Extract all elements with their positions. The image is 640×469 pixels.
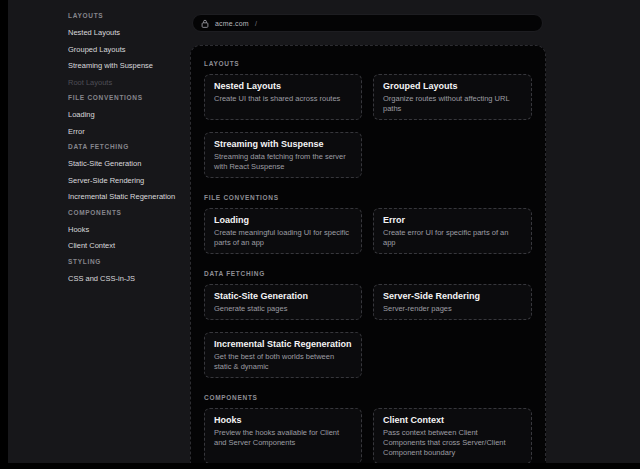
sidebar-item-incremental-static-regeneration[interactable]: Incremental Static Regeneration <box>68 192 190 202</box>
main-section-header-data-fetching: DATA FETCHING <box>204 270 532 278</box>
sidebar-item-loading[interactable]: Loading <box>68 110 190 120</box>
sidebar-item-static-site-generation[interactable]: Static-Site Generation <box>68 159 190 169</box>
sidebar: LAYOUTS Nested Layouts Grouped Layouts S… <box>68 12 190 290</box>
card-loading[interactable]: Loading Create meaningful loading UI for… <box>204 208 362 254</box>
card-server-side-rendering[interactable]: Server-Side Rendering Server-render page… <box>373 284 532 320</box>
card-title: Static-Site Generation <box>214 291 352 302</box>
card-description: Create error UI for specific parts of an… <box>383 228 522 248</box>
sidebar-item-css-and-css-in-js[interactable]: CSS and CSS-in-JS <box>68 274 190 284</box>
card-grid: Static-Site Generation Generate static p… <box>204 284 532 378</box>
card-title: Client Context <box>383 415 522 426</box>
card-title: Error <box>383 215 522 226</box>
sidebar-section-header-data-fetching: DATA FETCHING <box>68 143 190 151</box>
address-bar[interactable]: acme.com / <box>192 14 543 32</box>
card-title: Streaming with Suspense <box>214 139 352 150</box>
card-nested-layouts[interactable]: Nested Layouts Create UI that is shared … <box>204 74 362 120</box>
card-static-site-generation[interactable]: Static-Site Generation Generate static p… <box>204 284 362 320</box>
sidebar-section-header-layouts: LAYOUTS <box>68 12 190 20</box>
main-section-header-components: COMPONENTS <box>204 394 532 402</box>
card-grid: Nested Layouts Create UI that is shared … <box>204 74 532 178</box>
sidebar-section-components: COMPONENTS Hooks Client Context <box>68 209 190 252</box>
main-section-file-conventions: FILE CONVENTIONS Loading Create meaningf… <box>204 194 532 254</box>
main-section-header-file-conventions: FILE CONVENTIONS <box>204 194 532 202</box>
main-section-header-layouts: LAYOUTS <box>204 60 532 68</box>
sidebar-item-streaming-with-suspense[interactable]: Streaming with Suspense <box>68 61 190 71</box>
sidebar-section-file-conventions: FILE CONVENTIONS Loading Error <box>68 94 190 137</box>
address-path-separator: / <box>255 20 257 27</box>
sidebar-section-header-file-conventions: FILE CONVENTIONS <box>68 94 190 102</box>
main-panel: LAYOUTS Nested Layouts Create UI that is… <box>190 45 546 463</box>
lock-icon <box>201 19 209 28</box>
card-error[interactable]: Error Create error UI for specific parts… <box>373 208 532 254</box>
card-title: Loading <box>214 215 352 226</box>
card-description: Pass context between Client Components t… <box>383 428 522 458</box>
sidebar-item-error[interactable]: Error <box>68 127 190 137</box>
card-client-context[interactable]: Client Context Pass context between Clie… <box>373 408 532 463</box>
sidebar-section-header-components: COMPONENTS <box>68 209 190 217</box>
app-window: LAYOUTS Nested Layouts Grouped Layouts S… <box>8 0 640 463</box>
card-grouped-layouts[interactable]: Grouped Layouts Organize routes without … <box>373 74 532 120</box>
card-grid: Loading Create meaningful loading UI for… <box>204 208 532 254</box>
card-grid: Hooks Preview the hooks available for Cl… <box>204 408 532 463</box>
sidebar-item-hooks[interactable]: Hooks <box>68 225 190 235</box>
card-title: Grouped Layouts <box>383 81 522 92</box>
sidebar-section-data-fetching: DATA FETCHING Static-Site Generation Ser… <box>68 143 190 202</box>
sidebar-item-server-side-rendering[interactable]: Server-Side Rendering <box>68 176 190 186</box>
card-title: Hooks <box>214 415 352 426</box>
card-title: Incremental Static Regeneration <box>214 339 352 350</box>
main-section-components: COMPONENTS Hooks Preview the hooks avail… <box>204 394 532 463</box>
card-description: Organize routes without affecting URL pa… <box>383 94 522 114</box>
card-description: Create UI that is shared across routes <box>214 94 352 104</box>
main-section-layouts: LAYOUTS Nested Layouts Create UI that is… <box>204 60 532 178</box>
sidebar-item-client-context[interactable]: Client Context <box>68 241 190 251</box>
sidebar-section-styling: STYLING CSS and CSS-in-JS <box>68 258 190 284</box>
card-title: Server-Side Rendering <box>383 291 522 302</box>
sidebar-item-grouped-layouts[interactable]: Grouped Layouts <box>68 45 190 55</box>
card-description: Generate static pages <box>214 304 352 314</box>
card-hooks[interactable]: Hooks Preview the hooks available for Cl… <box>204 408 362 463</box>
sidebar-item-nested-layouts[interactable]: Nested Layouts <box>68 28 190 38</box>
card-description: Preview the hooks available for Client a… <box>214 428 352 448</box>
address-domain: acme.com <box>215 20 249 27</box>
card-incremental-static-regeneration[interactable]: Incremental Static Regeneration Get the … <box>204 332 362 378</box>
card-description: Get the best of both worlds between stat… <box>214 352 352 372</box>
card-description: Streaming data fetching from the server … <box>214 152 352 172</box>
card-streaming-with-suspense[interactable]: Streaming with Suspense Streaming data f… <box>204 132 362 178</box>
sidebar-item-root-layouts: Root Layouts <box>68 78 190 88</box>
sidebar-section-layouts: LAYOUTS Nested Layouts Grouped Layouts S… <box>68 12 190 88</box>
card-title: Nested Layouts <box>214 81 352 92</box>
main-section-data-fetching: DATA FETCHING Static-Site Generation Gen… <box>204 270 532 378</box>
card-description: Server-render pages <box>383 304 522 314</box>
card-description: Create meaningful loading UI for specifi… <box>214 228 352 248</box>
sidebar-section-header-styling: STYLING <box>68 258 190 266</box>
